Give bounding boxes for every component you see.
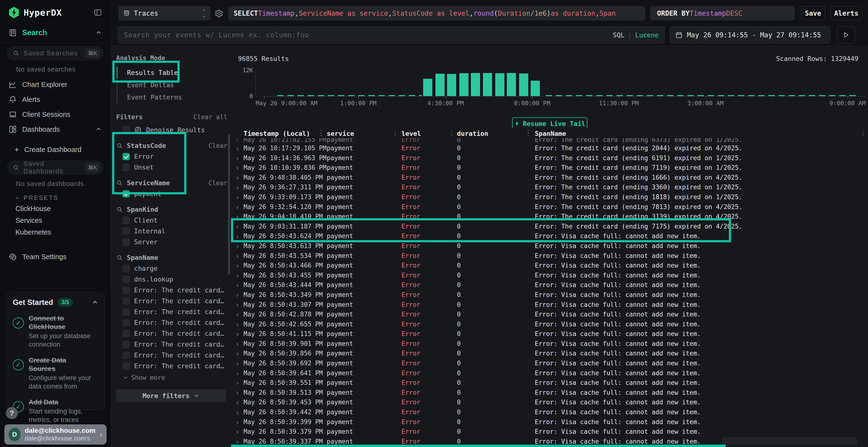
filter-option-unset[interactable]: Unset [116, 164, 226, 171]
filter-group-clear-button[interactable]: Clear [209, 142, 227, 149]
filter-option-internal[interactable]: Internal [116, 227, 226, 235]
table-row[interactable]: ›May 26 8:50:43.624 PMpaymentError0Error… [232, 231, 868, 241]
denoise-results-checkbox[interactable]: Denoise Results [123, 126, 227, 134]
table-row[interactable]: ›May 26 8:50:43.534 PMpaymentError0Error… [232, 251, 868, 261]
chevron-up-icon[interactable] [91, 299, 99, 306]
checkbox[interactable] [123, 126, 130, 133]
run-query-button[interactable] [837, 27, 855, 43]
column-header-level[interactable]: level [401, 130, 421, 137]
alerts-button[interactable]: Alerts [830, 6, 862, 20]
column-resize-handle[interactable] [451, 130, 452, 137]
chart-bar[interactable] [483, 73, 492, 96]
table-row[interactable]: ›May 26 9:33:09.173 PMpaymentError0Error… [232, 192, 868, 202]
table-row[interactable]: ›May 26 10:14:36.963 PMpaymentError0Erro… [232, 153, 868, 163]
chart-bar[interactable] [459, 73, 468, 96]
horizontal-scrollbar[interactable] [722, 437, 857, 445]
filter-panel-scrollbar[interactable] [228, 134, 230, 275]
preset-kubernetes[interactable]: Kubernetes [0, 227, 111, 238]
table-row[interactable]: ›May 26 8:50:39.901 PMpaymentError0Error… [232, 339, 868, 349]
source-select[interactable]: Traces ⌃⌄ [119, 6, 210, 20]
time-range-picker[interactable]: May 26 09:14:55 - May 27 09:14:55 [670, 27, 830, 43]
checkbox[interactable] [123, 276, 130, 283]
filter-option-error-the-credit-card-[interactable]: Error: The credit card … [116, 286, 226, 294]
filter-option-error-the-credit-card-[interactable]: Error: The credit card … [116, 341, 226, 348]
table-row-partial[interactable]: ›May 26 10:21:02.155 PMpaymentError0Erro… [232, 138, 868, 143]
sidebar-item-dashboards[interactable]: Dashboards [0, 122, 111, 137]
filter-option-error-the-credit-card-[interactable]: Error: The credit card … [116, 362, 226, 370]
sidebar-item-team-settings[interactable]: Team Settings [0, 249, 111, 264]
table-row[interactable]: ›May 26 9:04:18.410 PMpaymentError0Error… [232, 212, 868, 221]
column-resize-handle[interactable] [863, 130, 864, 137]
sidebar-item-client-sessions[interactable]: Client Sessions [0, 107, 111, 122]
checkbox[interactable] [123, 190, 130, 198]
checkbox[interactable] [123, 363, 130, 370]
order-by-editor[interactable]: ORDER BY Timestamp DESC [651, 6, 795, 20]
saved-dashboards-input[interactable]: Saved Dashboards ⌘K [7, 161, 103, 174]
table-row[interactable]: ›May 26 8:50:43.613 PMpaymentError0Error… [232, 241, 868, 251]
table-row[interactable]: ›May 26 8:50:43.307 PMpaymentError0Error… [232, 300, 868, 310]
analysis-mode-results-table[interactable]: Results Table [117, 66, 227, 79]
more-filters-button[interactable]: More filters [116, 389, 226, 402]
filter-option-error-the-credit-card-[interactable]: Error: The credit card … [116, 319, 226, 326]
sql-select-editor[interactable]: SELECT Timestamp, ServiceName as service… [228, 6, 645, 20]
table-row[interactable]: ›May 26 8:50:39.513 PMpaymentError0Error… [232, 388, 868, 398]
table-row[interactable]: ›May 26 9:32:54.120 PMpaymentError0Error… [232, 202, 868, 212]
save-button[interactable]: Save [801, 6, 825, 20]
table-row[interactable]: ›May 26 8:50:39.641 PMpaymentError0Error… [232, 368, 868, 378]
checkbox[interactable] [123, 217, 130, 224]
checkbox[interactable] [123, 153, 130, 160]
checkbox[interactable] [123, 319, 130, 326]
table-row[interactable]: ›May 26 8:50:41.115 PMpaymentError0Error… [232, 329, 868, 339]
help-button[interactable]: ? [6, 407, 18, 419]
checkbox[interactable] [123, 330, 130, 337]
saved-searches-input[interactable]: Saved Searches ⌘K [7, 46, 103, 60]
collapse-sidebar-icon[interactable] [94, 8, 102, 16]
create-dashboard-button[interactable]: + Create Dashboard [0, 142, 111, 158]
filter-option-dns-lookup[interactable]: dns.lookup [116, 276, 226, 283]
filter-option-error-the-credit-card-[interactable]: Error: The credit card … [116, 297, 226, 305]
get-started-item[interactable]: ✓Add DataStart sending logs, metrics, or… [13, 398, 99, 424]
clear-all-filters-button[interactable]: Clear all [193, 113, 227, 121]
filter-group-clear-button[interactable]: Clear [209, 179, 227, 187]
get-started-item[interactable]: ✓Connect to ClickHouseSet up your databa… [13, 314, 99, 349]
checkbox[interactable] [123, 238, 130, 246]
user-account-chip[interactable]: D dale@clickhouse.com dale@clickhouse.co… [4, 424, 106, 445]
table-row[interactable]: ›May 26 8:50:39.442 PMpaymentError0Error… [232, 407, 868, 417]
sidebar-item-search[interactable]: Search [0, 25, 111, 40]
filter-option-server[interactable]: Server [116, 238, 226, 246]
chart-bar[interactable] [531, 81, 540, 96]
show-more-button[interactable]: Show more [123, 374, 227, 381]
chart-bar[interactable] [507, 73, 516, 96]
chart-bar[interactable] [495, 73, 504, 96]
table-row[interactable]: ›May 26 9:36:27.311 PMpaymentError0Error… [232, 182, 868, 192]
chart-bar[interactable] [519, 73, 528, 96]
chart-bar[interactable] [471, 73, 480, 96]
analysis-mode-event-deltas[interactable]: Event Deltas [117, 79, 227, 91]
filter-option-error-the-credit-card-[interactable]: Error: The credit card … [116, 330, 226, 337]
column-header-duration[interactable]: duration [457, 130, 488, 137]
table-row[interactable]: ›May 26 10:21:02.155 PMpaymentError0Erro… [232, 138, 868, 143]
table-row[interactable]: ›May 26 8:50:43.455 PMpaymentError0Error… [232, 271, 868, 280]
checkbox[interactable] [123, 164, 130, 171]
preset-clickhouse[interactable]: ClickHouse [0, 203, 111, 215]
sidebar-item-chart-explorer[interactable]: Chart Explorer [0, 77, 111, 92]
column-resize-handle[interactable] [528, 130, 529, 137]
chart-bar[interactable] [435, 74, 444, 96]
checkbox[interactable] [123, 352, 130, 359]
filter-option-charge[interactable]: charge [116, 265, 226, 272]
filter-option-error[interactable]: Error [116, 153, 226, 160]
language-toggle-lucene[interactable]: Lucene [635, 31, 659, 39]
table-row[interactable]: ›May 26 8:50:39.551 PMpaymentError0Error… [232, 378, 868, 388]
filter-option-payment[interactable]: payment [116, 190, 226, 198]
resume-live-tail-button[interactable]: Resume Live Tail [512, 117, 587, 130]
checkbox[interactable] [123, 286, 130, 294]
results-histogram[interactable]: 12K0May 26 9:00:00 AM1:00:00 PM4:30:00 P… [255, 70, 866, 96]
get-started-item[interactable]: ✓Create Data SourcesConfigure where your… [13, 356, 99, 391]
table-row[interactable]: ›May 26 10:10:39.836 PMpaymentError0Erro… [232, 163, 868, 173]
checkbox[interactable] [123, 228, 130, 235]
table-row[interactable]: ›May 26 10:17:29.105 PMpaymentError0Erro… [232, 143, 868, 153]
table-row[interactable]: ›May 26 9:48:38.405 PMpaymentError0Error… [232, 173, 868, 182]
column-header-spanname[interactable]: SpanName [535, 130, 566, 137]
chart-bar[interactable] [423, 79, 432, 96]
column-header-service[interactable]: service [327, 130, 354, 137]
